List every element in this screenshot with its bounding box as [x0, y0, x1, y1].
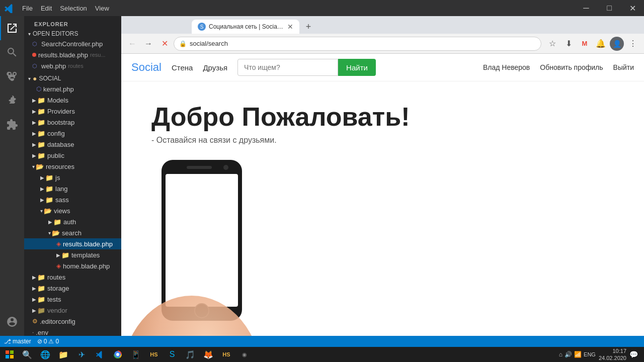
svg-rect-8 — [10, 355, 14, 358]
open-editor-searchcontroller[interactable]: ⬡ SearchController.php — [24, 38, 121, 49]
notifications-button[interactable]: 🔔 — [594, 37, 608, 51]
tree-tests[interactable]: ▶ 📁 tests — [24, 294, 121, 305]
open-editor-results[interactable]: results.blade.php resu... — [24, 49, 121, 60]
tree-label: storage — [47, 285, 69, 292]
taskbar-edge[interactable]: 🌐 — [37, 347, 53, 361]
taskbar-search[interactable]: 🔍 — [19, 347, 35, 361]
maximize-button[interactable]: □ — [598, 0, 621, 16]
nav-update-profile[interactable]: Обновить профиль — [540, 63, 603, 71]
status-branch[interactable]: ⎇ master — [4, 338, 31, 345]
taskbar-vscode[interactable] — [92, 347, 108, 361]
bookmark-button[interactable]: ☆ — [545, 37, 559, 51]
folder-icon: 📁 — [61, 251, 69, 259]
tree-resources[interactable]: ▾ 📂 resources — [24, 161, 121, 172]
tree-label: Models — [47, 97, 68, 104]
tray-lang: ENG — [584, 351, 596, 357]
tree-storage[interactable]: ▶ 📁 storage — [24, 283, 121, 294]
activity-git-icon[interactable] — [0, 64, 24, 88]
tree-public[interactable]: ▶ 📁 public — [24, 150, 121, 161]
notification-icon[interactable]: 💬 — [629, 350, 638, 358]
taskbar-heidi2[interactable]: HS — [218, 347, 234, 361]
folder-arrow: ▶ — [40, 197, 44, 203]
folder-arrow: ▶ — [40, 186, 44, 192]
menu-file[interactable]: File — [18, 0, 37, 16]
tree-label: database — [47, 141, 74, 148]
search-input[interactable] — [237, 59, 338, 76]
activity-account-icon[interactable] — [0, 310, 24, 334]
open-editor-path: resu... — [90, 52, 106, 58]
open-editor-web[interactable]: ⬡ web.php routes — [24, 60, 121, 71]
download-button[interactable]: ⬇ — [561, 37, 576, 51]
tree-providers[interactable]: ▶ 📁 Providers — [24, 106, 121, 117]
browser-tab-active[interactable]: S Социальная сеть | SocialNetwo... ✕ — [192, 20, 299, 34]
taskbar-extra[interactable]: ◉ — [236, 347, 253, 361]
activity-explorer-icon[interactable] — [0, 16, 24, 40]
project-name: SOCIAL — [39, 75, 61, 82]
activity-extensions-icon[interactable] — [0, 113, 24, 137]
nav-logout[interactable]: Выйти — [613, 63, 634, 71]
website-content: Social Стена Друзья Найти Влад Неверов О… — [121, 54, 644, 362]
gmail-button[interactable]: M — [578, 37, 592, 51]
menu-view[interactable]: View — [91, 0, 113, 16]
tree-bootstrap[interactable]: ▶ 📁 bootstrap — [24, 117, 121, 128]
tree-home-blade[interactable]: ◈ home.blade.php — [24, 260, 121, 272]
nav-username[interactable]: Влад Неверов — [483, 63, 530, 71]
folder-open-icon: 📂 — [44, 207, 52, 215]
status-errors[interactable]: ⊘ 0 ⚠ 0 — [37, 338, 59, 345]
taskbar-phone[interactable]: 📱 — [128, 347, 144, 361]
taskbar-skype[interactable]: S — [164, 347, 180, 361]
tree-editorconfig[interactable]: ⚙ .editorconfig — [24, 316, 121, 327]
tree-search[interactable]: ▾ 📂 search — [24, 227, 121, 238]
taskbar-chrome[interactable] — [110, 347, 126, 361]
tree-vendor[interactable]: ▶ 📁 vendor — [24, 305, 121, 316]
nav-friends-link[interactable]: Друзья — [203, 63, 227, 72]
profile-button[interactable]: 👤 — [610, 37, 624, 51]
tree-label: vendor — [47, 307, 67, 314]
tray-icon-2: 🔊 — [565, 351, 572, 358]
taskbar-firefox[interactable]: 🦊 — [200, 347, 216, 361]
hero-title: Добро Пожаловать! — [151, 102, 614, 132]
folder-icon: 📁 — [37, 307, 45, 314]
tree-lang[interactable]: ▶ 📁 lang — [24, 183, 121, 194]
tree-routes[interactable]: ▶ 📁 routes — [24, 272, 121, 283]
forward-button[interactable]: → — [141, 37, 155, 51]
tree-models[interactable]: ▶ 📁 Models — [24, 95, 121, 106]
tree-database[interactable]: ▶ 📁 database — [24, 139, 121, 150]
tree-kernel[interactable]: ⬡ kernel.php — [24, 83, 121, 95]
tree-results-blade[interactable]: ◈ results.blade.php — [24, 238, 121, 249]
nav-wall-link[interactable]: Стена — [172, 63, 193, 72]
taskbar-music[interactable]: 🎵 — [182, 347, 198, 361]
tree-auth[interactable]: ▶ 📁 auth — [24, 216, 121, 227]
tree-js[interactable]: ▶ 📁 js — [24, 172, 121, 183]
back-button[interactable]: ← — [125, 37, 139, 51]
tab-close-button[interactable]: ✕ — [287, 23, 293, 31]
php-icon: ⬡ — [32, 41, 40, 47]
menu-button[interactable]: ⋮ — [626, 37, 640, 51]
minimize-button[interactable]: ─ — [575, 0, 598, 16]
activity-bar — [0, 16, 24, 362]
address-bar[interactable]: 🔒 social/search — [174, 37, 541, 51]
activity-search-icon[interactable] — [0, 40, 24, 64]
reload-button[interactable]: ✕ — [157, 37, 172, 51]
tree-sass[interactable]: ▶ 📁 sass — [24, 194, 121, 205]
tray-icon-1: ⌂ — [559, 351, 562, 358]
open-editors-section[interactable]: ▾ OPEN EDITORS — [24, 29, 121, 38]
close-button[interactable]: ✕ — [621, 0, 644, 16]
activity-debug-icon[interactable] — [0, 88, 24, 113]
search-button[interactable]: Найти — [338, 59, 376, 76]
taskbar-telegram[interactable]: ✈ — [73, 347, 90, 361]
env-icon: · — [32, 329, 34, 336]
tab-title: Социальная сеть | SocialNetwo... — [209, 23, 284, 30]
start-button[interactable] — [2, 347, 17, 362]
menu-edit[interactable]: Edit — [37, 0, 56, 16]
tree-views[interactable]: ▾ 📂 views — [24, 205, 121, 216]
tree-config[interactable]: ▶ 📁 config — [24, 128, 121, 139]
folder-arrow: ▶ — [32, 142, 36, 147]
taskbar-files[interactable]: 📁 — [55, 347, 71, 361]
menu-selection[interactable]: Selection — [56, 0, 91, 16]
folder-open-arrow: ▾ — [32, 164, 35, 169]
tree-templates[interactable]: ▶ 📁 templates — [24, 249, 121, 260]
project-section[interactable]: ▾ ● SOCIAL — [24, 73, 121, 83]
new-tab-button[interactable]: + — [301, 20, 315, 34]
taskbar-heidisql[interactable]: HS — [146, 347, 162, 361]
